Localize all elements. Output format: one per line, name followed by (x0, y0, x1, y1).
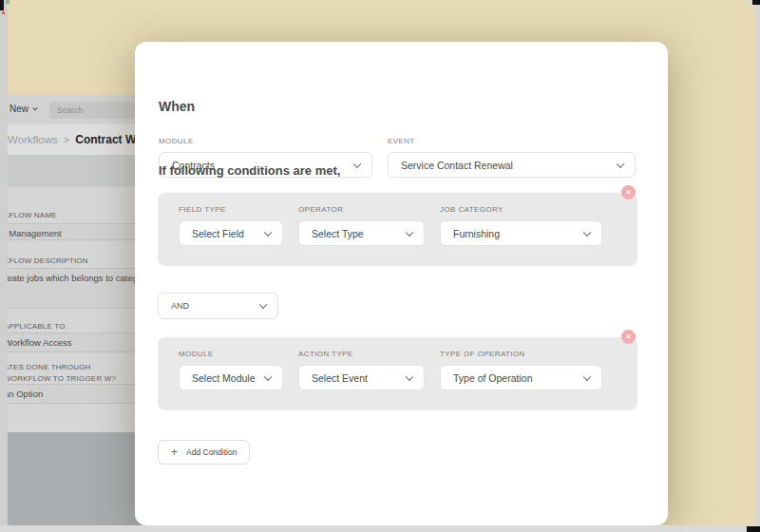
action-type-select-value: Select Event (312, 372, 368, 384)
event-select[interactable]: Service Contact Renewal (388, 152, 636, 178)
chevron-down-icon (259, 300, 267, 308)
updates-trigger-label: ATES DONE THROUGH WORKFLOW TO TRIGGER W? (4, 362, 139, 385)
operation-type-select[interactable]: Type of Operation (440, 365, 602, 390)
field-type-select-value: Select Field (192, 228, 244, 239)
top-right-corner-artifact (752, 0, 760, 5)
operation-type-select-value: Type of Operation (453, 372, 532, 384)
operator-group: OPERATOR Select Type (298, 205, 425, 246)
right-edge-strip (755, 0, 760, 532)
screen: New Workflows > Contract Work KFLOW NAME… (0, 0, 760, 532)
job-category-select-value: Furnishing (453, 228, 500, 239)
condition-2-row: MODULE Select Module ACTION TYPE Select … (179, 350, 602, 390)
condition-card-1: ✕ FIELD TYPE Select Field OPERATOR Selec… (158, 193, 637, 266)
module-label: MODULE (159, 137, 372, 145)
plus-icon: + (171, 446, 178, 459)
field-type-label: FIELD TYPE (179, 205, 283, 214)
operator-select-value: Select Type (312, 228, 364, 239)
event-group: EVENT Service Contact Renewal (388, 137, 636, 178)
breadcrumb-separator: > (64, 134, 69, 145)
new-button[interactable]: New (10, 104, 37, 114)
logic-operator-value: AND (171, 301, 189, 311)
chevron-down-icon (617, 160, 624, 167)
add-condition-label: Add Condition (186, 447, 237, 457)
logic-operator-select[interactable]: AND (158, 293, 278, 319)
event-select-value: Service Contact Renewal (401, 160, 513, 171)
logic-operator-group: AND (158, 293, 278, 319)
chevron-down-icon (264, 372, 272, 380)
condition-1-row: FIELD TYPE Select Field OPERATOR Select … (179, 205, 602, 246)
new-button-label: New (10, 104, 28, 114)
operator-select[interactable]: Select Type (298, 220, 425, 246)
event-label: EVENT (388, 137, 636, 145)
module-2-select[interactable]: Select Module (179, 365, 283, 390)
remove-condition-1-button[interactable]: ✕ (621, 185, 636, 200)
left-edge-strip (0, 0, 8, 525)
chevron-down-icon (406, 228, 413, 236)
module-2-group: MODULE Select Module (179, 350, 283, 390)
red-dot (2, 11, 5, 14)
workflow-description-label: KFLOW DESCRIPTION (4, 256, 88, 267)
left-edge-dark-strip (0, 0, 4, 10)
job-category-group: JOB CATEGORY Furnishing (440, 205, 602, 246)
green-dot (6, 0, 10, 4)
field-type-group: FIELD TYPE Select Field (179, 205, 283, 246)
chevron-down-icon (583, 228, 591, 236)
chevron-down-icon (583, 372, 591, 380)
operation-type-label: TYPE OF OPERATION (440, 350, 602, 358)
action-type-group: ACTION TYPE Select Event (298, 350, 425, 390)
condition-card-2: ✕ MODULE Select Module ACTION TYPE Selec… (158, 337, 637, 410)
remove-condition-2-button[interactable]: ✕ (621, 330, 636, 344)
when-title: When (159, 99, 195, 114)
action-type-label: ACTION TYPE (298, 350, 425, 358)
chevron-down-icon (264, 228, 272, 236)
action-type-select[interactable]: Select Event (298, 365, 425, 390)
conditions-heading: If following conditions are met, (159, 163, 340, 178)
job-category-select[interactable]: Furnishing (440, 220, 602, 246)
workflow-trigger-modal: When MODULE Contracts EVENT Service Cont… (135, 42, 668, 525)
chevron-down-icon (353, 160, 361, 167)
operator-label: OPERATOR (298, 205, 425, 214)
bottom-edge-strip (0, 525, 760, 532)
job-category-label: JOB CATEGORY (440, 205, 602, 214)
field-type-select[interactable]: Select Field (179, 220, 283, 246)
module-2-select-value: Select Module (192, 372, 256, 384)
operation-type-group: TYPE OF OPERATION Type of Operation (440, 350, 602, 390)
workflow-name-label: KFLOW NAME (4, 210, 57, 221)
chevron-down-icon (32, 104, 38, 110)
breadcrumb-workflows[interactable]: Workflows (8, 134, 58, 145)
applicable-to-label: APPLICABLE TO (4, 321, 66, 332)
module-2-label: MODULE (179, 350, 283, 358)
add-condition-button[interactable]: + Add Condition (158, 440, 250, 465)
bottom-right-corner-artifact (747, 526, 760, 532)
chevron-down-icon (406, 372, 413, 380)
